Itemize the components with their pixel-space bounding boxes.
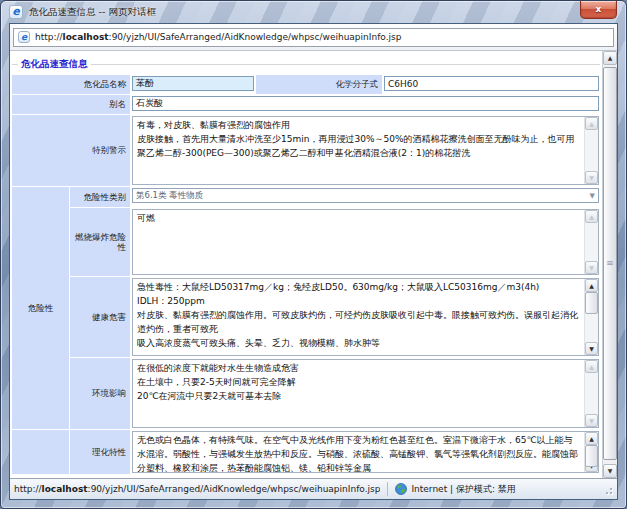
address-input[interactable]: e http://localhost:90/yjzh/UI/SafeArrang… bbox=[13, 28, 614, 47]
internet-globe-icon bbox=[395, 483, 407, 495]
flammability-scrollbar[interactable]: ▲ ▼ bbox=[584, 210, 598, 274]
scroll-up-icon[interactable]: ▲ bbox=[585, 432, 598, 445]
window-title: 危化品速查信息 -- 网页对话框 bbox=[29, 6, 156, 19]
thumb-grip-icon: ≡ bbox=[606, 259, 614, 268]
dialog-window: e 危化品速查信息 -- 网页对话框 x e http://localhost:… bbox=[0, 0, 627, 509]
environment-field-cell: 在很低的浓度下就能对水生生物造成危害 在土壤中，只要2-5天时间就可完全降解 2… bbox=[131, 358, 600, 429]
environment-scrollbar[interactable]: ▲ ▼ bbox=[584, 360, 598, 427]
status-separator bbox=[387, 482, 388, 496]
hazard-group-row: 危险性 危险性类别 第6.1类 毒性物质 ▼ bbox=[12, 187, 600, 429]
page-favicon-icon: e bbox=[18, 31, 30, 43]
scroll-up-icon[interactable]: ▲ bbox=[585, 360, 598, 373]
table-row: 健康危害 急性毒性：大鼠经LD50317mg／kg；兔经皮LD50。630mg/… bbox=[70, 277, 600, 357]
table-row: 特别警示 有毒，对皮肤、黏膜有强烈的腐蚀作用 皮肤接触，首先用大量清水冲洗至少1… bbox=[12, 115, 600, 186]
security-zone: Internet | 保护模式: 禁用 bbox=[395, 483, 515, 496]
health-textarea[interactable]: 急性毒性：大鼠经LD50317mg／kg；兔经皮LD50。630mg/kg；大鼠… bbox=[132, 278, 599, 356]
url-text: http://localhost:90/yjzh/UI/SafeArranged… bbox=[35, 32, 401, 42]
environment-label: 环境影响 bbox=[70, 358, 130, 429]
hazard-subrows: 危险性类别 第6.1类 毒性物质 ▼ 燃烧爆炸危险性 bbox=[70, 187, 600, 429]
title-bar[interactable]: e 危化品速查信息 -- 网页对话框 bbox=[1, 1, 626, 23]
scroll-up-icon[interactable]: ▲ bbox=[585, 279, 598, 292]
status-url: http://localhost:90/yjzh/UI/SafeArranged… bbox=[14, 484, 380, 494]
table-row: 理化特性 无色或白色晶体，有特殊气味。在空气中及光线作用下变为粉红色甚至红色。室… bbox=[70, 430, 600, 474]
zone-text: Internet | 保护模式: 禁用 bbox=[411, 483, 515, 496]
scroll-up-icon[interactable]: ▲ bbox=[585, 117, 598, 130]
scroll-down-icon[interactable]: ▼ bbox=[585, 171, 598, 184]
health-label: 健康危害 bbox=[70, 277, 130, 357]
warning-textarea[interactable]: 有毒，对皮肤、黏膜有强烈的腐蚀作用 皮肤接触，首先用大量清水冲洗至少15min，… bbox=[132, 116, 599, 185]
warning-scrollbar[interactable]: ▲ ▼ bbox=[584, 117, 598, 184]
physchem-subrows: 理化特性 无色或白色晶体，有特殊气味。在空气中及光线作用下变为粉红色甚至红色。室… bbox=[70, 430, 600, 474]
table-row: 危化品名称 苯酚 化学分子式 C6H60 bbox=[12, 75, 600, 94]
scroll-down-icon[interactable]: ▼ bbox=[585, 414, 598, 427]
scroll-thumb[interactable] bbox=[585, 292, 598, 314]
formula-input[interactable]: C6H60 bbox=[384, 76, 599, 91]
resize-grip[interactable] bbox=[601, 483, 613, 495]
hazard-class-field-cell: 第6.1类 毒性物质 ▼ bbox=[131, 187, 600, 207]
page-scroll-thumb[interactable]: ≡ bbox=[603, 67, 617, 460]
physchem-outer-cell bbox=[12, 430, 69, 474]
name-field-cell: 苯酚 bbox=[131, 75, 255, 94]
scroll-down-icon[interactable]: ▼ bbox=[585, 261, 598, 274]
physchem-group-row: 理化特性 无色或白色晶体，有特殊气味。在空气中及光线作用下变为粉红色甚至红色。室… bbox=[12, 430, 600, 474]
address-bar: e http://localhost:90/yjzh/UI/SafeArrang… bbox=[10, 24, 617, 51]
close-button[interactable]: x bbox=[580, 1, 617, 19]
flammability-label: 燃烧爆炸危险性 bbox=[70, 208, 130, 276]
physchem-scrollbar[interactable]: ▲ ▼ bbox=[584, 432, 598, 472]
page-scroll-up-icon[interactable]: ▲ bbox=[603, 51, 617, 65]
health-field-cell: 急性毒性：大鼠经LD50317mg／kg；兔经皮LD50。630mg/kg；大鼠… bbox=[131, 277, 600, 357]
flammability-field-cell: 可燃 ▲ ▼ bbox=[131, 208, 600, 276]
formula-label: 化学分子式 bbox=[256, 75, 382, 94]
scroll-down-icon[interactable]: ▼ bbox=[585, 342, 598, 355]
scroll-thumb[interactable] bbox=[585, 445, 598, 467]
page-title: 危化品速查信息 bbox=[18, 58, 91, 71]
page-scrollbar[interactable]: ▲ ≡ ▼ bbox=[602, 51, 617, 478]
table-row: 别名 石炭酸 bbox=[12, 95, 600, 114]
physchem-textarea[interactable]: 无色或白色晶体，有特殊气味。在空气中及光线作用下变为粉红色甚至红色。室温下微溶于… bbox=[132, 431, 599, 473]
client-area: e http://localhost:90/yjzh/UI/SafeArrang… bbox=[9, 23, 618, 500]
name-label: 危化品名称 bbox=[12, 75, 130, 94]
health-scrollbar[interactable]: ▲ ▼ bbox=[584, 279, 598, 355]
alias-input[interactable]: 石炭酸 bbox=[132, 96, 599, 111]
hazard-class-select[interactable]: 第6.1类 毒性物质 ▼ bbox=[132, 188, 599, 203]
alias-field-cell: 石炭酸 bbox=[131, 95, 600, 114]
form-area: 危化品速查信息 危化品名称 苯酚 化学分子式 C6H60 bbox=[10, 51, 602, 478]
formula-field-cell: C6H60 bbox=[383, 75, 600, 94]
alias-label: 别名 bbox=[12, 95, 130, 114]
physchem-field-cell: 无色或白色晶体，有特殊气味。在空气中及光线作用下变为粉红色甚至红色。室温下微溶于… bbox=[131, 430, 600, 474]
page-scroll-down-icon[interactable]: ▼ bbox=[603, 464, 617, 478]
info-table: 危化品名称 苯酚 化学分子式 C6H60 别名 石炭酸 bbox=[12, 75, 600, 474]
hazard-class-label: 危险性类别 bbox=[70, 187, 130, 207]
fieldset-legend: 危化品速查信息 bbox=[12, 57, 600, 71]
warning-field-cell: 有毒，对皮肤、黏膜有强烈的腐蚀作用 皮肤接触，首先用大量清水冲洗至少15min，… bbox=[131, 115, 600, 186]
ie-icon: e bbox=[9, 5, 23, 19]
table-row: 环境影响 在很低的浓度下就能对水生生物造成危害 在土壤中，只要2-5天时间就可完… bbox=[70, 358, 600, 429]
hazard-group-label: 危险性 bbox=[12, 187, 69, 429]
flammability-textarea[interactable]: 可燃 ▲ ▼ bbox=[132, 209, 599, 275]
table-row: 危险性类别 第6.1类 毒性物质 ▼ bbox=[70, 187, 600, 207]
status-bar: http://localhost:90/yjzh/UI/SafeArranged… bbox=[10, 478, 617, 499]
scroll-up-icon[interactable]: ▲ bbox=[585, 210, 598, 223]
table-row: 燃烧爆炸危险性 可燃 ▲ ▼ bbox=[70, 208, 600, 276]
environment-textarea[interactable]: 在很低的浓度下就能对水生生物造成危害 在土壤中，只要2-5天时间就可完全降解 2… bbox=[132, 359, 599, 428]
page-content: 危化品速查信息 危化品名称 苯酚 化学分子式 C6H60 bbox=[10, 51, 617, 478]
physchem-label: 理化特性 bbox=[70, 430, 130, 474]
warning-label: 特别警示 bbox=[12, 115, 130, 186]
name-input[interactable]: 苯酚 bbox=[132, 76, 254, 91]
dropdown-caret-icon[interactable]: ▼ bbox=[590, 192, 595, 200]
